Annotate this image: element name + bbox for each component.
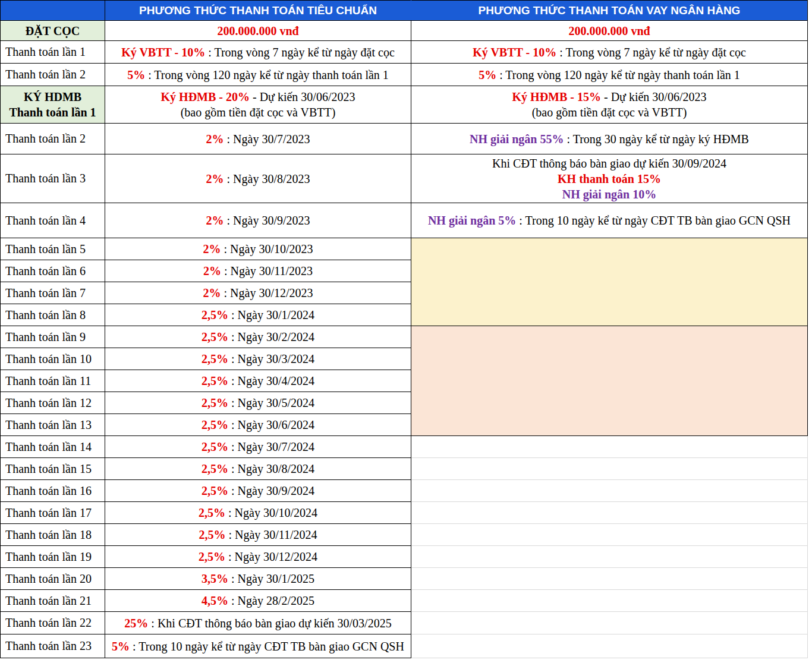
cell-text: (bao gồm tiền đặt cọc và VBTT) <box>181 106 336 119</box>
table-row: Thanh toán lần 25% : Trong vòng 120 ngày… <box>1 64 808 86</box>
table-row: Thanh toán lần 22% : Ngày 30/7/2023NH gi… <box>1 124 808 154</box>
bank-payment-cell: NH giải ngân 5% : Trong 10 ngày kể từ ng… <box>411 203 808 238</box>
cell-line: 2,5% : Ngày 30/12/2024 <box>105 549 411 564</box>
row-label: Thanh toán lần 20 <box>1 568 105 590</box>
bank-empty-cell <box>411 524 808 546</box>
row-label: Thanh toán lần 18 <box>1 524 105 546</box>
row-label: Thanh toán lần 5 <box>1 238 105 260</box>
row-label-line: Thanh toán lần 6 <box>5 264 105 278</box>
cell-line: 25% : Khi CĐT thông báo bàn giao dự kiến… <box>105 615 411 631</box>
bank-empty-cell <box>411 436 808 458</box>
cell-line: 2% : Ngày 30/7/2023 <box>105 131 411 147</box>
row-label-line: Thanh toán lần 18 <box>5 528 105 542</box>
cell-line: 200.000.000 vnđ <box>105 23 411 39</box>
cell-text: 2% <box>203 286 221 299</box>
row-label-line: Thanh toán lần 3 <box>5 172 105 185</box>
row-label: ĐẶT CỌC <box>1 21 105 41</box>
cell-text: 2% <box>206 172 224 185</box>
standard-payment-cell: 2,5% : Ngày 30/2/2024 <box>105 326 411 348</box>
standard-payment-cell: 5% : Trong vòng 120 ngày kể từ ngày than… <box>105 64 411 86</box>
cell-text: NH giải ngân 55% <box>470 132 564 146</box>
row-label-line: Thanh toán lần 13 <box>5 418 105 432</box>
cell-text: : Ngày 30/11/2023 <box>221 264 313 277</box>
table-row: Thanh toán lần 42% : Ngày 30/9/2023NH gi… <box>1 203 808 238</box>
row-label-line: Thanh toán lần 9 <box>5 330 105 344</box>
row-label-line: Thanh toán lần 22 <box>5 616 105 630</box>
standard-payment-cell: 2,5% : Ngày 30/10/2024 <box>105 502 411 524</box>
cell-text: : Ngày 30/11/2024 <box>225 528 317 541</box>
cell-line: 5% : Trong vòng 120 ngày kể từ ngày than… <box>411 67 807 83</box>
payment-schedule-table: PHƯƠNG THỨC THANH TOÁN TIÊU CHUẨN PHƯƠNG… <box>0 0 808 658</box>
cell-text: (bao gồm tiền đặt cọc và VBTT) <box>532 106 687 119</box>
bank-payment-cell: Ký VBTT - 10% : Trong vòng 7 ngày kể từ … <box>411 41 808 64</box>
row-label-line: Thanh toán lần 10 <box>5 352 105 366</box>
cell-line: NH giải ngân 55% : Trong 30 ngày kể từ n… <box>411 131 807 147</box>
row-label-line: Thanh toán lần 12 <box>5 396 105 410</box>
row-label: Thanh toán lần 19 <box>1 546 105 568</box>
row-label: Thanh toán lần 9 <box>1 326 105 348</box>
cell-text: : Ngày 30/10/2023 <box>221 242 313 255</box>
cell-line: 200.000.000 vnđ <box>411 23 807 39</box>
cell-line: 3,5% : Ngày 30/1/2025 <box>105 571 411 586</box>
row-label-line: Thanh toán lần 8 <box>5 308 105 322</box>
cell-line: 2% : Ngày 30/9/2023 <box>105 213 411 228</box>
cell-text: : Ngày 30/8/2023 <box>224 172 310 185</box>
cell-text: 2,5% <box>199 550 225 563</box>
cell-line: Khi CĐT thông báo bàn giao dự kiến 30/09… <box>411 156 807 171</box>
bank-payment-cell: Khi CĐT thông báo bàn giao dự kiến 30/09… <box>411 154 808 203</box>
cell-line: 5% : Trong 10 ngày kể từ ngày CĐT TB bàn… <box>105 639 411 654</box>
table-row: Thanh toán lần 162,5% : Ngày 30/9/2024 <box>1 480 808 502</box>
row-label: Thanh toán lần 23 <box>1 634 105 658</box>
row-label: Thanh toán lần 16 <box>1 480 105 502</box>
table-row: Thanh toán lần 172,5% : Ngày 30/10/2024 <box>1 502 808 524</box>
bank-payment-cell: 200.000.000 vnđ <box>411 21 808 41</box>
cell-text: : Ngày 30/3/2024 <box>228 352 314 365</box>
cell-text: 2,5% <box>202 440 228 453</box>
cell-text: Khi CĐT thông báo bàn giao dự kiến 30/09… <box>492 157 726 170</box>
cell-text: 3,5% <box>202 572 228 585</box>
bank-payment-cell: Ký HĐMB - 15% - Dự kiến 30/06/2023(bao g… <box>411 86 808 124</box>
table-row: Thanh toán lần 235% : Trong 10 ngày kể t… <box>1 634 808 658</box>
row-label-line: Thanh toán lần 16 <box>5 484 105 498</box>
cell-line: NH giải ngân 10% <box>411 187 807 202</box>
row-label-line: Thanh toán lần 2 <box>5 132 105 146</box>
cell-line: 2,5% : Ngày 30/2/2024 <box>105 329 411 345</box>
table-row: Thanh toán lần 182,5% : Ngày 30/11/2024 <box>1 524 808 546</box>
cell-text: : Trong vòng 120 ngày kể từ ngày thanh t… <box>145 68 389 81</box>
cell-text: 2,5% <box>202 330 228 343</box>
table-row: Thanh toán lần 152,5% : Ngày 30/8/2024 <box>1 458 808 480</box>
row-label-line: Thanh toán lần 2 <box>5 68 105 81</box>
bank-payment-cell: NH giải ngân 55% : Trong 30 ngày kể từ n… <box>411 124 808 154</box>
cell-text: KH thanh toán 15% <box>558 172 661 185</box>
cell-text: 2,5% <box>202 308 228 321</box>
cell-text: Ký VBTT - 10% <box>121 46 205 59</box>
cell-line: 2,5% : Ngày 30/4/2024 <box>105 373 411 389</box>
row-label-line: Thanh toán lần 15 <box>5 462 105 476</box>
cell-text: : Ngày 30/9/2023 <box>224 214 310 227</box>
row-label-line: Thanh toán lần 20 <box>5 572 105 586</box>
row-label-line: Thanh toán lần 11 <box>5 374 105 388</box>
row-label-line: KÝ HDMB <box>1 89 105 105</box>
standard-payment-cell: 2% : Ngày 30/9/2023 <box>105 203 411 238</box>
cell-text: 5% <box>479 68 496 81</box>
standard-payment-cell: 2% : Ngày 30/7/2023 <box>105 124 411 154</box>
cell-line: (bao gồm tiền đặt cọc và VBTT) <box>105 105 411 120</box>
cell-text: 2,5% <box>202 484 228 497</box>
cell-text: NH giải ngân 10% <box>562 188 656 201</box>
row-label: Thanh toán lần 1 <box>1 41 105 64</box>
cell-text: : Ngày 30/2/2024 <box>228 330 314 343</box>
row-label: Thanh toán lần 12 <box>1 392 105 414</box>
standard-payment-cell: 2,5% : Ngày 30/1/2024 <box>105 304 411 326</box>
cell-line: 4,5% : Ngày 28/2/2025 <box>105 593 411 608</box>
table-row: Thanh toán lần 1Ký VBTT - 10% : Trong vò… <box>1 41 808 64</box>
cell-text: Ký HĐMB - 20% <box>161 90 250 103</box>
row-label-line: Thanh toán lần 19 <box>5 550 105 564</box>
page: { "table": { "headers": { "corner": "", … <box>0 0 812 663</box>
cell-text: : Ngày 28/2/2025 <box>228 594 314 607</box>
cell-line: 2% : Ngày 30/10/2023 <box>105 241 411 257</box>
row-label: Thanh toán lần 14 <box>1 436 105 458</box>
cell-text: : Ngày 30/1/2024 <box>228 308 314 321</box>
cell-text: 2,5% <box>199 528 225 541</box>
standard-payment-cell: 4,5% : Ngày 28/2/2025 <box>105 590 411 612</box>
bank-merged-yellow-block <box>411 238 808 326</box>
